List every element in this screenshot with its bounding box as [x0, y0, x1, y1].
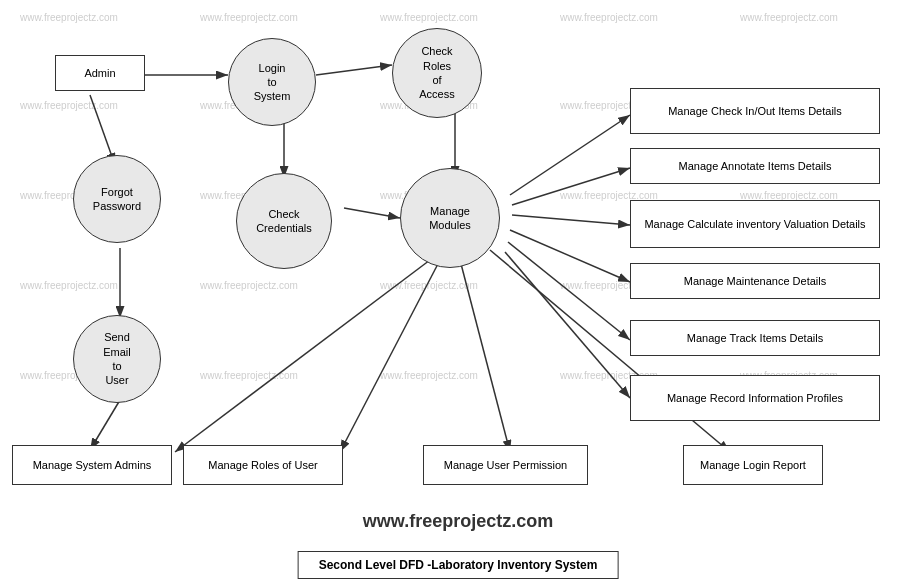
svg-line-9: [175, 260, 430, 452]
manage-check-inout-box: Manage Check In/Out Items Details: [630, 88, 880, 134]
manage-modules-node: ManageModules: [400, 168, 500, 268]
manage-track-box: Manage Track Items Details: [630, 320, 880, 356]
watermark: www.freeprojectz.com: [20, 280, 118, 291]
watermark: www.freeprojectz.com: [380, 12, 478, 23]
forgot-password-label: ForgotPassword: [93, 185, 141, 214]
manage-user-permission-box: Manage User Permission: [423, 445, 588, 485]
send-email-label: SendEmailtoUser: [103, 330, 131, 387]
admin-label: Admin: [84, 66, 115, 80]
watermark: www.freeprojectz.com: [380, 370, 478, 381]
login-to-system-label: LogintoSystem: [254, 61, 291, 104]
watermark: www.freeprojectz.com: [200, 370, 298, 381]
manage-annotate-box: Manage Annotate Items Details: [630, 148, 880, 184]
manage-check-inout-label: Manage Check In/Out Items Details: [668, 104, 842, 118]
diagram-container: www.freeprojectz.com www.freeprojectz.co…: [0, 0, 916, 587]
svg-line-17: [508, 242, 630, 340]
manage-track-label: Manage Track Items Details: [687, 331, 823, 345]
watermark: www.freeprojectz.com: [380, 280, 478, 291]
svg-line-18: [505, 252, 630, 398]
manage-user-permission-label: Manage User Permission: [444, 458, 568, 472]
manage-system-admins-label: Manage System Admins: [33, 458, 152, 472]
check-credentials-node: CheckCredentials: [236, 173, 332, 269]
watermark: www.freeprojectz.com: [200, 12, 298, 23]
forgot-password-node: ForgotPassword: [73, 155, 161, 243]
manage-login-report-label: Manage Login Report: [700, 458, 806, 472]
send-email-node: SendEmailtoUser: [73, 315, 161, 403]
watermark: www.freeprojectz.com: [560, 12, 658, 23]
website-label: www.freeprojectz.com: [363, 511, 553, 532]
manage-modules-label: ManageModules: [429, 204, 471, 233]
watermark: www.freeprojectz.com: [20, 100, 118, 111]
admin-box: Admin: [55, 55, 145, 91]
manage-roles-label: Manage Roles of User: [208, 458, 317, 472]
svg-line-10: [340, 260, 440, 452]
watermark: www.freeprojectz.com: [200, 280, 298, 291]
svg-line-2: [316, 65, 392, 75]
svg-line-16: [510, 230, 630, 282]
watermark: www.freeprojectz.com: [740, 12, 838, 23]
check-credentials-label: CheckCredentials: [256, 207, 312, 236]
manage-roles-box: Manage Roles of User: [183, 445, 343, 485]
manage-maintenance-label: Manage Maintenance Details: [684, 274, 826, 288]
manage-annotate-label: Manage Annotate Items Details: [679, 159, 832, 173]
manage-system-admins-box: Manage System Admins: [12, 445, 172, 485]
watermark: www.freeprojectz.com: [20, 12, 118, 23]
svg-line-15: [512, 215, 630, 225]
svg-line-7: [344, 208, 400, 218]
svg-line-14: [512, 168, 630, 205]
check-roles-label: CheckRolesofAccess: [419, 44, 454, 101]
svg-line-8: [90, 400, 120, 450]
manage-calculate-box: Manage Calculate inventory Valuation Det…: [630, 200, 880, 248]
manage-record-label: Manage Record Information Profiles: [667, 391, 843, 405]
diagram-title: Second Level DFD -Laboratory Inventory S…: [298, 551, 619, 579]
check-roles-node: CheckRolesofAccess: [392, 28, 482, 118]
manage-login-report-box: Manage Login Report: [683, 445, 823, 485]
manage-record-box: Manage Record Information Profiles: [630, 375, 880, 421]
svg-line-13: [510, 115, 630, 195]
login-to-system-node: LogintoSystem: [228, 38, 316, 126]
manage-maintenance-box: Manage Maintenance Details: [630, 263, 880, 299]
manage-calculate-label: Manage Calculate inventory Valuation Det…: [644, 217, 865, 231]
svg-line-11: [460, 260, 510, 452]
